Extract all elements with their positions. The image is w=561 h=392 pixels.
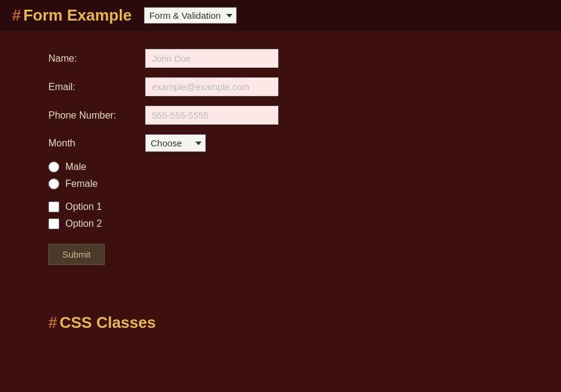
month-label: Month [48,138,145,149]
checkbox-option2[interactable]: Option 2 [48,218,513,229]
phone-label: Phone Number: [48,110,145,121]
checkbox-option2-input[interactable] [48,218,59,229]
month-row: Month Choose January February March Apri… [48,134,513,152]
radio-male[interactable]: Male [48,162,513,172]
css-hash-symbol: # [48,313,57,332]
checkbox-group: Option 1 Option 2 [48,201,513,229]
css-section-title: #CSS Classes [48,313,513,332]
submit-button[interactable]: Submit [48,244,105,265]
radio-female-label: Female [65,178,97,189]
name-input[interactable] [145,49,278,68]
name-label: Name: [48,53,145,64]
radio-female[interactable]: Female [48,178,513,189]
radio-female-input[interactable] [48,178,59,189]
phone-input[interactable] [145,106,278,125]
checkbox-option2-label: Option 2 [65,218,102,229]
phone-row: Phone Number: [48,106,513,125]
form-section: Name: Email: Phone Number: Month Choose … [48,49,513,265]
name-row: Name: [48,49,513,68]
page-title: #Form Example [12,6,132,25]
checkbox-option1-input[interactable] [48,201,59,212]
main-content: Name: Email: Phone Number: Month Choose … [0,31,561,307]
hash-symbol: # [12,6,21,24]
radio-male-label: Male [65,162,87,172]
radio-group: Male Female [48,162,513,189]
checkbox-option1[interactable]: Option 1 [48,201,513,212]
radio-male-input[interactable] [48,162,59,172]
month-select[interactable]: Choose January February March April May … [145,134,206,152]
email-label: Email: [48,82,145,93]
section-dropdown[interactable]: Form & Validation CSS Classes Tables Gri… [144,7,237,24]
css-section: #CSS Classes [0,307,561,350]
checkbox-option1-label: Option 1 [65,201,102,212]
email-input[interactable] [145,77,278,96]
email-row: Email: [48,77,513,96]
header-bar: #Form Example Form & Validation CSS Clas… [0,0,561,31]
